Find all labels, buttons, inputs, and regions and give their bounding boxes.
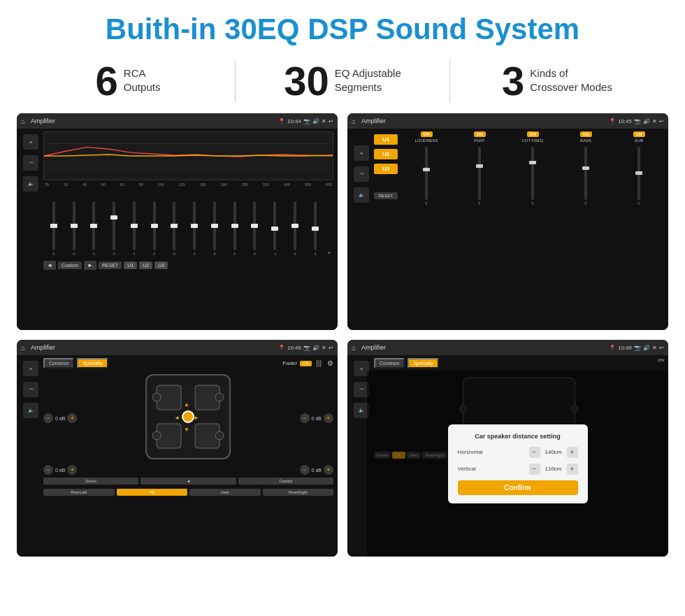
- fader-back-icon[interactable]: ↩: [329, 345, 333, 351]
- eq-speaker-icon[interactable]: 🔈: [23, 176, 38, 192]
- eq-wave-icon[interactable]: 〜: [23, 155, 38, 171]
- eq-slider-4[interactable]: 0: [125, 201, 143, 256]
- dialog-vertical-plus[interactable]: +: [567, 464, 578, 475]
- fader-plus-tl[interactable]: +: [67, 413, 77, 423]
- dialog-x-icon[interactable]: ✕: [652, 345, 657, 351]
- dialog-back-icon[interactable]: ↩: [659, 345, 664, 351]
- xover-eq-icon[interactable]: ≡: [354, 145, 369, 161]
- eq-home-icon[interactable]: ⌂: [21, 117, 25, 125]
- xover-speaker-icon[interactable]: 🔈: [354, 187, 369, 203]
- stat-rca: 6 RCA Outputs: [42, 61, 214, 101]
- fader-rearright-btn[interactable]: RearRight: [263, 489, 334, 496]
- eq-slider-8[interactable]: 0: [206, 201, 224, 256]
- xover-x-icon[interactable]: ✕: [652, 118, 657, 124]
- xover-home-icon[interactable]: ⌂: [352, 117, 356, 125]
- fader-plus-tr[interactable]: +: [324, 413, 333, 423]
- stat-eq: 30 EQ Adjustable Segments: [257, 61, 428, 101]
- eq-slider-1[interactable]: 0: [65, 201, 83, 256]
- eq-slider-11[interactable]: -1: [266, 201, 284, 256]
- eq-next-btn[interactable]: ►: [84, 261, 96, 270]
- eq-slider-6[interactable]: 0: [166, 201, 184, 256]
- dialog-horizontal-plus[interactable]: +: [567, 447, 578, 458]
- dialog-vertical-minus[interactable]: −: [529, 464, 540, 475]
- eq-sidebar: ≡ 〜 🔈: [21, 131, 41, 327]
- eq-slider-0[interactable]: 0: [45, 201, 63, 256]
- xover-phat-slider[interactable]: [454, 144, 505, 200]
- fader-minus-tl[interactable]: −: [43, 413, 53, 423]
- fader-arrow-left-btn[interactable]: ◄: [140, 478, 236, 485]
- eq-slider-9[interactable]: 0: [226, 201, 244, 256]
- fader-plus-bl[interactable]: +: [67, 465, 77, 475]
- fader-x-icon[interactable]: ✕: [322, 345, 326, 351]
- eq-bottom-bar: ◄ Custom ► RESET U1 U2 U3: [43, 261, 333, 270]
- dialog-horizontal-minus[interactable]: −: [529, 447, 540, 458]
- xover-bass-on[interactable]: ON: [580, 131, 592, 137]
- fader-screen-container: ⌂ Amplifier 📍 10:46 📷 🔊 ✕ ↩ ≡ 〜 🔈 Common…: [17, 340, 338, 557]
- xover-channels: ON LOUDNESS 0 ON PHAT 0: [401, 131, 664, 327]
- fader-eq-icon[interactable]: ≡: [23, 361, 38, 376]
- xover-sub-slider[interactable]: [614, 144, 664, 200]
- eq-u2-btn[interactable]: U2: [139, 262, 152, 269]
- eq-back-icon[interactable]: ↩: [329, 118, 333, 124]
- eq-slider-3[interactable]: 5: [105, 201, 123, 256]
- eq-more-icon[interactable]: »: [326, 250, 332, 256]
- fader-rearleft-btn[interactable]: RearLeft: [43, 489, 115, 496]
- fader-specialty-tab[interactable]: Specialty: [77, 358, 108, 368]
- xover-sub-on[interactable]: ON: [633, 131, 645, 137]
- xover-cutfreq-on[interactable]: ON: [527, 131, 539, 137]
- fader-home-icon[interactable]: ⌂: [21, 344, 25, 352]
- xover-back-icon[interactable]: ↩: [659, 118, 664, 124]
- eq-reset-btn[interactable]: RESET: [99, 262, 122, 269]
- fader-settings-icon[interactable]: ⚙: [327, 359, 333, 367]
- svg-text:►: ►: [194, 415, 200, 421]
- eq-vol-icon: 🔊: [312, 118, 319, 124]
- dialog-common-tab-bg: Common: [374, 358, 405, 368]
- eq-x-icon[interactable]: ✕: [322, 118, 326, 124]
- fader-speaker-icon[interactable]: 🔈: [23, 403, 38, 418]
- fader-copilot-btn[interactable]: Copilot: [238, 478, 333, 485]
- fader-vol-left-top: − 0 dB +: [43, 413, 77, 423]
- fader-common-tab[interactable]: Common: [43, 358, 74, 368]
- fader-plus-br[interactable]: +: [324, 465, 333, 475]
- eq-slider-2[interactable]: 0: [85, 201, 103, 256]
- eq-slider-13[interactable]: -1: [306, 201, 324, 256]
- xover-u2-btn[interactable]: U2: [374, 149, 398, 159]
- xover-cutfreq-slider[interactable]: [507, 144, 558, 200]
- xover-wave-icon[interactable]: 〜: [354, 166, 369, 182]
- xover-loudness-on[interactable]: ON: [421, 131, 433, 137]
- fader-on-badge[interactable]: ON: [300, 361, 312, 366]
- eq-u1-btn[interactable]: U1: [124, 262, 137, 269]
- xover-u3-btn[interactable]: U3: [374, 164, 398, 174]
- fader-wave-icon[interactable]: 〜: [23, 382, 38, 397]
- eq-eq-icon[interactable]: ≡: [23, 134, 38, 150]
- fader-user-btn[interactable]: User: [189, 489, 261, 496]
- dialog-confirm-btn[interactable]: Confirm: [458, 480, 578, 495]
- fader-minus-bl[interactable]: −: [43, 465, 53, 475]
- dialog-home-icon[interactable]: ⌂: [352, 344, 356, 352]
- xover-reset-btn[interactable]: RESET: [374, 192, 398, 199]
- dialog-horizontal-label: Horizontal: [458, 449, 483, 455]
- fader-minus-br[interactable]: −: [300, 465, 310, 475]
- fader-vol-icon: 🔊: [312, 345, 319, 351]
- xover-screen-container: ⌂ Amplifier 📍 10:45 📷 🔊 ✕ ↩ ≡ 〜 🔈 U1 U2: [347, 113, 668, 330]
- xover-bass-slider[interactable]: [561, 144, 611, 200]
- eq-prev-btn[interactable]: ◄: [43, 261, 56, 270]
- eq-slider-7[interactable]: 0: [185, 201, 203, 256]
- stat-number-eq: 30: [284, 61, 329, 101]
- xover-phat-on[interactable]: ON: [474, 131, 486, 137]
- xover-loudness-slider[interactable]: [401, 144, 452, 200]
- eq-slider-12[interactable]: 0: [286, 201, 304, 256]
- fader-driver-btn[interactable]: Driver: [43, 478, 138, 485]
- eq-custom-btn[interactable]: Custom: [58, 262, 82, 269]
- fader-minus-tr[interactable]: −: [300, 413, 310, 423]
- fader-all-btn[interactable]: All: [117, 489, 188, 496]
- eq-status-bar: ⌂ Amplifier 📍 10:44 📷 🔊 ✕ ↩: [17, 113, 338, 129]
- fader-status-bar: ⌂ Amplifier 📍 10:46 📷 🔊 ✕ ↩: [17, 340, 338, 355]
- eq-slider-5[interactable]: 0: [145, 201, 164, 256]
- eq-u3-btn[interactable]: U3: [154, 262, 168, 269]
- dialog-overlay: Car speaker distance setting Horizontal …: [367, 371, 668, 557]
- dialog-horizontal-row: Horizontal − 140cm +: [458, 447, 578, 458]
- eq-slider-10[interactable]: 0: [246, 201, 264, 256]
- fader-sidebar: ≡ 〜 🔈: [21, 358, 41, 554]
- xover-u1-btn[interactable]: U1: [374, 134, 398, 145]
